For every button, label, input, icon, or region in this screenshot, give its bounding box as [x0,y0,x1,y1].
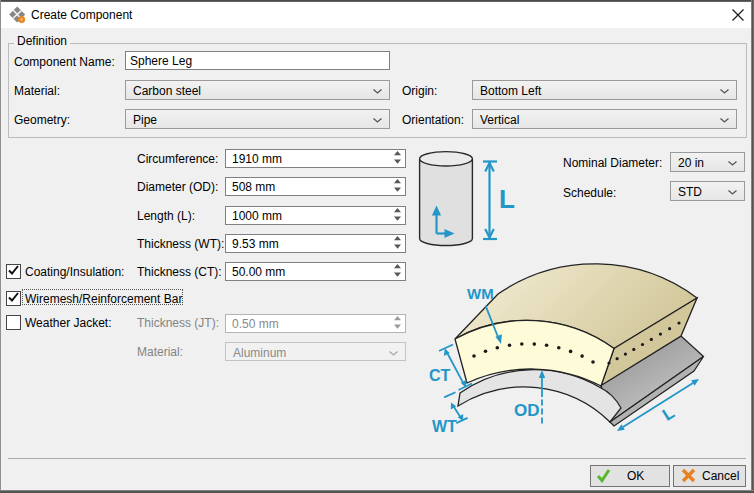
svg-text:CT: CT [429,367,451,384]
svg-text:L: L [659,403,678,425]
svg-text:L: L [499,184,515,214]
svg-text:WT: WT [432,418,457,435]
svg-text:WM: WM [467,285,494,302]
svg-text:OD: OD [514,401,540,420]
